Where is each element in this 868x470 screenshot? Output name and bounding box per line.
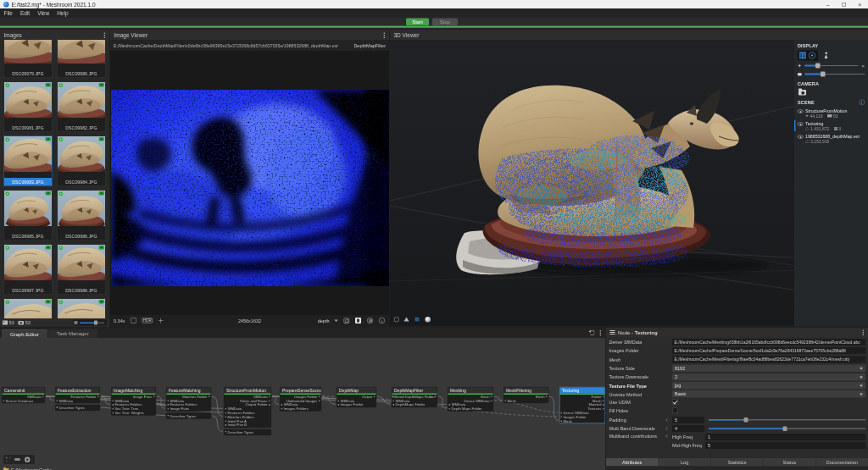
node-input[interactable]: Mesh bbox=[504, 399, 548, 403]
auto-layout-icon[interactable] bbox=[590, 330, 595, 335]
metadata-info-icon[interactable]: i bbox=[379, 318, 385, 323]
slider-track[interactable] bbox=[805, 65, 859, 66]
spherical-mode-icon[interactable] bbox=[426, 317, 431, 323]
sub-attribute-value[interactable]: 5 bbox=[705, 442, 865, 449]
stop-button[interactable]: Stop bbox=[432, 19, 458, 26]
visibility-eye-icon[interactable] bbox=[798, 110, 804, 113]
graph-canvas[interactable]: CameraInitSfMDataSensor DatabaseFeatureE… bbox=[0, 338, 605, 470]
node-input[interactable]: Image Pairs bbox=[167, 406, 211, 411]
image-cell[interactable]: DSC09984.JPG bbox=[57, 135, 106, 186]
solid-mode-icon[interactable] bbox=[394, 317, 399, 322]
image-cell[interactable]: DSC09985.JPG bbox=[3, 190, 53, 241]
node-sub-attribute[interactable]: Describer Types bbox=[55, 405, 100, 411]
image-cell[interactable]: DSC09982.JPG bbox=[57, 81, 106, 132]
node-sub-attribute[interactable]: Describer Types bbox=[166, 413, 211, 419]
maximize-button[interactable] bbox=[836, 1, 852, 8]
image-cell[interactable]: DSC09981.JPG bbox=[3, 81, 53, 132]
sub-attribute-value[interactable]: 1 bbox=[705, 434, 865, 440]
node-tab-status[interactable]: Status bbox=[764, 458, 815, 467]
slider-track[interactable] bbox=[805, 74, 865, 75]
graph-menu-icon[interactable] bbox=[600, 332, 602, 334]
slider-handle[interactable] bbox=[815, 64, 821, 69]
locator-toggle-icon[interactable] bbox=[823, 53, 829, 59]
graph-node-preparedensescene[interactable]: PrepareDenseSceneImages FolderUndistorte… bbox=[280, 387, 321, 412]
slider-handle[interactable] bbox=[783, 426, 787, 431]
channel-select[interactable]: depth bbox=[318, 318, 330, 323]
graph-settings-icon[interactable] bbox=[25, 456, 31, 462]
attribute-path-value[interactable]: E:/MeshroomCache/MeshFiltering/f9aef8c04… bbox=[672, 356, 865, 362]
node-input[interactable]: SfMData bbox=[56, 399, 100, 403]
attribute-dropdown[interactable]: jpg bbox=[672, 382, 865, 390]
image-cell[interactable] bbox=[3, 298, 53, 318]
attribute-dropdown[interactable]: 8192 bbox=[672, 365, 865, 373]
image-cell[interactable]: DSC09983.JPG bbox=[3, 135, 53, 186]
node-tab-documentation[interactable]: Documentation bbox=[816, 458, 868, 467]
attribute-spinbox[interactable]: 4 bbox=[672, 425, 704, 432]
compare-icon[interactable] bbox=[367, 318, 373, 323]
attribute-spinbox[interactable]: 5 bbox=[672, 417, 704, 423]
start-button[interactable]: Start bbox=[406, 19, 429, 26]
thumbnail-size-slider[interactable] bbox=[73, 320, 107, 326]
image-cell[interactable] bbox=[57, 298, 106, 318]
attribute-slider[interactable] bbox=[709, 428, 865, 429]
graph-node-depthmapfilter[interactable]: DepthMapFilterFiltered DepthMaps FolderS… bbox=[392, 387, 437, 407]
node-editor-menu-icon[interactable] bbox=[863, 332, 865, 334]
attribute-path-value[interactable]: E:/MeshroomCache/Meshing/f38bb1a2f6165ab… bbox=[672, 339, 865, 346]
node-tab-log[interactable]: Log bbox=[659, 458, 710, 467]
grid-toggle-icon[interactable] bbox=[799, 53, 806, 59]
graph-node-meshing[interactable]: MeshingMeshDense SfMDataSfMDataDepth Map… bbox=[448, 387, 493, 412]
node-header-menu-icon[interactable] bbox=[610, 330, 615, 335]
node-tab-statistics[interactable]: Statistics bbox=[711, 458, 763, 467]
slider-handle[interactable] bbox=[821, 72, 826, 77]
scene-item[interactable]: Texturing1,431,8723 bbox=[794, 119, 868, 132]
attribute-slider[interactable] bbox=[709, 419, 865, 421]
graph-node-featurematching[interactable]: FeatureMatchingMatches FolderSfMDataFeat… bbox=[166, 387, 211, 412]
node-input[interactable]: Voc Tree: Weights bbox=[112, 411, 156, 415]
graph-node-texturing[interactable]: TexturingFolderMeshMaterialTexturesDense… bbox=[559, 387, 605, 423]
image-cell[interactable]: DSC09987.JPG bbox=[3, 244, 53, 295]
graph-node-meshfiltering[interactable]: MeshFilteringMeshMesh bbox=[504, 387, 548, 403]
visibility-eye-icon[interactable] bbox=[798, 123, 804, 126]
crosshair-icon[interactable] bbox=[159, 318, 164, 323]
image-cell[interactable]: DSC09988.JPG bbox=[57, 244, 106, 295]
node-input[interactable]: DepthMaps Folder bbox=[392, 403, 437, 407]
hdr-toggle[interactable]: HDR bbox=[142, 318, 153, 323]
minimize-button[interactable]: – bbox=[820, 1, 836, 8]
tab-task-manager[interactable]: Task Manager bbox=[48, 329, 97, 338]
textured-mode-icon[interactable] bbox=[415, 317, 420, 323]
graph-node-camerainit[interactable]: CameraInitSfMDataSensor Database bbox=[2, 387, 45, 403]
attribute-dropdown[interactable]: 2 bbox=[672, 373, 865, 381]
menu-view[interactable]: View bbox=[34, 10, 53, 17]
depth-map-image[interactable] bbox=[111, 90, 389, 286]
image-cell[interactable]: DSC09986.JPG bbox=[57, 190, 106, 241]
gizmo-toggle-icon[interactable] bbox=[809, 53, 815, 59]
close-inspector-icon[interactable]: × bbox=[861, 63, 865, 69]
image-cell[interactable]: DSC09980.JPG bbox=[57, 40, 106, 78]
output-view-icon[interactable] bbox=[344, 318, 350, 323]
node-input[interactable]: Depth Maps Folder bbox=[448, 406, 493, 411]
attribute-checkbox[interactable] bbox=[672, 399, 678, 405]
slider-handle[interactable] bbox=[743, 417, 748, 423]
menu-help[interactable]: Help bbox=[53, 10, 72, 17]
tab-graph-editor[interactable]: Graph Editor bbox=[2, 329, 47, 338]
image-viewer-menu-icon[interactable] bbox=[384, 35, 386, 36]
pixel-grid-icon[interactable] bbox=[131, 318, 136, 323]
attribute-path-value[interactable]: E:/MeshroomCache/PrepareDenseScene/6cef1… bbox=[672, 347, 865, 354]
camera-visibility-icon[interactable] bbox=[798, 90, 806, 96]
scene-info-icon[interactable]: i bbox=[860, 100, 865, 106]
image-output-icon[interactable] bbox=[355, 318, 361, 323]
node-tab-attributes[interactable]: Attributes bbox=[606, 458, 658, 467]
images-menu-icon[interactable] bbox=[104, 35, 106, 36]
camera-scale-slider[interactable] bbox=[798, 70, 865, 78]
graph-node-imagematching[interactable]: ImageMatchingImage PairsSfMDataFeatures … bbox=[111, 387, 156, 415]
node-input[interactable]: Mesh bbox=[560, 419, 605, 423]
fit-graph-icon[interactable] bbox=[6, 457, 10, 462]
node-input[interactable]: Images Folder bbox=[337, 403, 376, 407]
node-input[interactable]: Sensor Database bbox=[3, 399, 45, 403]
node-input[interactable]: Images Folders bbox=[281, 406, 321, 411]
close-button[interactable]: × bbox=[852, 1, 868, 8]
graph-node-structurefrommotion[interactable]: StructureFromMotionSfMDataViews and Pose… bbox=[224, 387, 271, 428]
graph-node-featureextraction[interactable]: FeatureExtractionFeatures FolderSfMData bbox=[55, 387, 100, 403]
image-cell[interactable]: DSC09979.JPG bbox=[3, 40, 53, 78]
graph-node-depthmap[interactable]: DepthMapOutputSfMDataImages Folder bbox=[337, 387, 376, 407]
